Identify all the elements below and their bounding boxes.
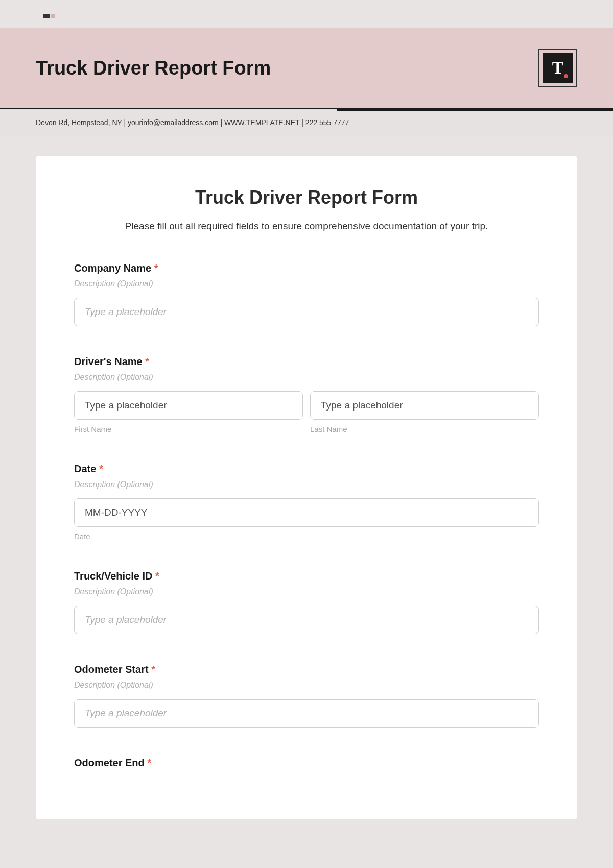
required-marker: * xyxy=(145,356,149,367)
logo-letter: T xyxy=(552,58,564,78)
form-intro: Please fill out all required fields to e… xyxy=(74,221,539,232)
odo-start-input[interactable] xyxy=(74,699,539,728)
required-marker: * xyxy=(155,570,159,582)
logo-dot-icon xyxy=(564,74,568,78)
date-sublabel: Date xyxy=(74,532,539,541)
odo-start-label: Odometer Start * xyxy=(74,664,539,676)
company-label: Company Name * xyxy=(74,262,539,274)
last-name-sublabel: Last Name xyxy=(310,425,539,433)
company-label-text: Company Name xyxy=(74,262,151,274)
vehicle-label-text: Truck/Vehicle ID xyxy=(74,570,152,582)
logo-icon: T xyxy=(543,53,573,83)
driver-desc: Description (Optional) xyxy=(74,373,539,382)
odo-start-desc: Description (Optional) xyxy=(74,681,539,690)
required-marker: * xyxy=(147,757,151,768)
top-bar xyxy=(0,0,613,28)
odo-end-label-text: Odometer End xyxy=(74,757,145,768)
field-date: Date * Description (Optional) Date xyxy=(74,463,539,541)
logo-box: T xyxy=(538,49,577,87)
banner-title: Truck Driver Report Form xyxy=(36,57,271,79)
date-label-text: Date xyxy=(74,463,96,474)
first-name-sublabel: First Name xyxy=(74,425,303,433)
odo-start-label-text: Odometer Start xyxy=(74,664,149,675)
required-marker: * xyxy=(154,262,158,274)
company-desc: Description (Optional) xyxy=(74,279,539,288)
window-control-icon xyxy=(43,14,56,19)
date-input[interactable] xyxy=(74,498,539,527)
contact-line: Devon Rd, Hempstead, NY | yourinfo@email… xyxy=(0,109,613,136)
driver-label: Driver's Name * xyxy=(74,356,539,368)
first-name-input[interactable] xyxy=(74,391,303,420)
vehicle-input[interactable] xyxy=(74,606,539,634)
vehicle-label: Truck/Vehicle ID * xyxy=(74,570,539,582)
field-odo-end: Odometer End * xyxy=(74,757,539,769)
last-name-input[interactable] xyxy=(310,391,539,420)
field-driver: Driver's Name * Description (Optional) F… xyxy=(74,356,539,433)
required-marker: * xyxy=(151,664,155,675)
date-label: Date * xyxy=(74,463,539,475)
field-odo-start: Odometer Start * Description (Optional) xyxy=(74,664,539,728)
vehicle-desc: Description (Optional) xyxy=(74,587,539,596)
form-container: Truck Driver Report Form Please fill out… xyxy=(36,156,577,819)
field-company: Company Name * Description (Optional) xyxy=(74,262,539,326)
field-vehicle: Truck/Vehicle ID * Description (Optional… xyxy=(74,570,539,634)
company-input[interactable] xyxy=(74,298,539,326)
odo-end-label: Odometer End * xyxy=(74,757,539,769)
required-marker: * xyxy=(99,463,103,474)
header-banner: Truck Driver Report Form T xyxy=(0,28,613,109)
date-desc: Description (Optional) xyxy=(74,480,539,489)
form-title: Truck Driver Report Form xyxy=(74,187,539,208)
driver-label-text: Driver's Name xyxy=(74,356,143,367)
